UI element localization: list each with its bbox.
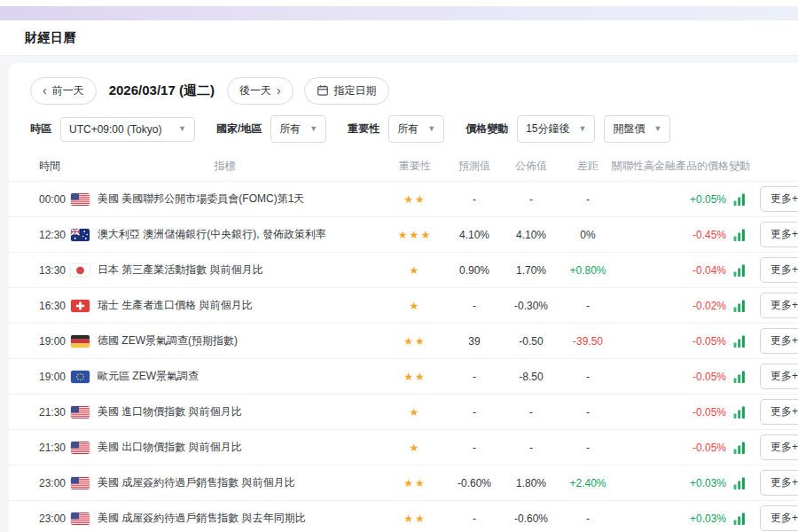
filter-bar: 時區 UTC+09:00 (Tokyo) ▼ 國家/地區 所有 ▼ 重要性 所有… xyxy=(9,116,798,142)
more-button[interactable]: 更多+ xyxy=(760,293,798,318)
next-day-button[interactable]: 後一天 › xyxy=(227,77,293,105)
more-button[interactable]: 更多+ xyxy=(760,222,798,247)
header-actual: 公佈值 xyxy=(503,159,559,174)
price-change-value: +0.05% xyxy=(690,193,726,206)
forecast-value: 39 xyxy=(446,335,503,348)
price-change-cell: -0.45% xyxy=(616,228,749,241)
flag-icon-us xyxy=(71,193,90,206)
chevron-down-icon: ▼ xyxy=(178,125,186,133)
event-time: 13:30 xyxy=(9,264,71,277)
forecast-value: - xyxy=(446,512,503,525)
importance-select[interactable]: 所有 ▼ xyxy=(388,115,444,143)
pick-date-button[interactable]: 指定日期 xyxy=(304,77,389,105)
prev-day-label: 前一天 xyxy=(52,83,84,98)
bar-chart-icon[interactable] xyxy=(733,192,746,206)
header-importance: 重要性 xyxy=(384,159,446,174)
bar-chart-icon[interactable] xyxy=(733,441,746,454)
actual-value: 1.70% xyxy=(503,264,559,277)
bar-chart-icon[interactable] xyxy=(733,228,746,241)
more-button[interactable]: 更多+ xyxy=(760,328,798,354)
region-select[interactable]: 所有 ▼ xyxy=(270,115,326,143)
price-change-value: -0.05% xyxy=(692,371,726,383)
forecast-value: -0.60% xyxy=(446,477,503,489)
event-time: 12:30 xyxy=(9,229,71,241)
gap-value: +0.80% xyxy=(559,264,616,277)
next-day-label: 後一天 xyxy=(239,83,271,98)
bar-chart-icon[interactable] xyxy=(733,476,746,489)
price-change-value: -0.04% xyxy=(692,264,726,277)
price-change-value: -0.02% xyxy=(692,300,726,312)
price-change-value: -0.05% xyxy=(692,335,726,348)
current-date: 2026/03/17 (週二) xyxy=(109,82,215,99)
indicator-name: 瑞士 生產者進口價格 與前個月比 xyxy=(98,298,253,313)
table-body: 00:00美國 美國聯邦公開市場委員會(FOMC)第1天★★---+0.05%更… xyxy=(9,181,798,532)
region-value: 所有 xyxy=(279,121,301,137)
more-button[interactable]: 更多+ xyxy=(760,186,798,212)
price-change-cell: -0.05% xyxy=(616,334,749,348)
price-change-value: +0.03% xyxy=(690,477,726,489)
actual-value: -8.50 xyxy=(503,371,559,383)
more-cell: 更多+ xyxy=(749,470,798,496)
price-change-value: -0.05% xyxy=(692,442,726,454)
more-button[interactable]: 更多+ xyxy=(760,434,798,460)
indicator-name: 德國 ZEW景氣調查(預期指數) xyxy=(98,333,238,348)
timezone-select[interactable]: UTC+09:00 (Tokyo) ▼ xyxy=(60,117,195,142)
flag-icon-au xyxy=(71,229,90,241)
actual-value: - xyxy=(503,442,559,454)
more-cell: 更多+ xyxy=(749,328,798,354)
more-cell: 更多+ xyxy=(749,399,798,425)
more-button[interactable]: 更多+ xyxy=(760,364,798,389)
more-cell: 更多+ xyxy=(749,434,798,460)
bar-chart-icon[interactable] xyxy=(733,263,746,277)
forecast-value: 4.10% xyxy=(446,229,503,241)
price-change-cell: +0.05% xyxy=(616,192,749,206)
price-change-value: -0.05% xyxy=(692,406,726,419)
timezone-value: UTC+09:00 (Tokyo) xyxy=(69,123,161,136)
header-time: 時間 xyxy=(9,159,71,174)
indicator-name: 美國 進口物價指數 與前個月比 xyxy=(98,404,242,419)
bar-chart-icon[interactable] xyxy=(733,405,746,419)
calendar-card: ‹ 前一天 2026/03/17 (週二) 後一天 › 指定日期 時區 xyxy=(9,63,798,532)
flag-icon-eu xyxy=(71,371,90,383)
bar-chart-icon[interactable] xyxy=(733,299,746,312)
forecast-value: - xyxy=(446,193,503,206)
bar-chart-icon[interactable] xyxy=(733,334,746,348)
price-change-window-select[interactable]: 15分鐘後 ▼ xyxy=(517,115,595,143)
importance-stars: ★ xyxy=(384,264,446,277)
gap-value: - xyxy=(559,371,616,383)
event-time: 00:00 xyxy=(9,193,71,206)
more-button[interactable]: 更多+ xyxy=(760,505,798,531)
table-row: 13:30日本 第三產業活動指數 與前個月比★0.90%1.70%+0.80%-… xyxy=(9,252,798,287)
actual-value: -0.60% xyxy=(503,512,559,525)
bar-chart-icon[interactable] xyxy=(733,370,746,383)
price-change-cell: -0.02% xyxy=(616,299,749,312)
header-indicator: 指標 xyxy=(71,159,384,174)
more-cell: 更多+ xyxy=(749,293,798,318)
bar-chart-icon[interactable] xyxy=(733,512,746,525)
gap-value: - xyxy=(559,406,616,419)
page-title: 財經日曆 xyxy=(25,30,76,46)
header-price-change: 關聯性高金融產品的價格變動 xyxy=(616,159,749,174)
indicator-name: 美國 成屋簽約待過戶銷售指數 與前個月比 xyxy=(98,475,295,490)
price-change-value: -0.45% xyxy=(692,229,726,241)
flag-icon-us xyxy=(71,477,90,489)
more-cell: 更多+ xyxy=(749,364,798,389)
importance-stars: ★ xyxy=(384,300,446,312)
table-row: 21:30美國 出口物價指數 與前個月比★----0.05%更多+ xyxy=(9,429,798,465)
importance-stars: ★★ xyxy=(384,193,446,206)
more-button[interactable]: 更多+ xyxy=(760,257,798,283)
price-change-basis-select[interactable]: 開盤價 ▼ xyxy=(604,115,670,143)
table-row: 23:00美國 成屋簽約待過戶銷售指數 與前個月比★★-0.60%1.80%+2… xyxy=(9,465,798,500)
indicator-name: 日本 第三產業活動指數 與前個月比 xyxy=(98,262,263,278)
event-time: 16:30 xyxy=(9,300,71,312)
more-button[interactable]: 更多+ xyxy=(760,399,798,425)
indicator-cell: 日本 第三產業活動指數 與前個月比 xyxy=(71,262,384,278)
price-change-basis-value: 開盤價 xyxy=(613,121,645,137)
more-button[interactable]: 更多+ xyxy=(760,470,798,496)
prev-day-button[interactable]: ‹ 前一天 xyxy=(30,77,97,105)
indicator-cell: 美國 美國聯邦公開市場委員會(FOMC)第1天 xyxy=(71,192,384,207)
flag-icon-us xyxy=(71,406,90,419)
forecast-value: - xyxy=(446,406,503,419)
gap-value: - xyxy=(559,193,616,206)
gap-value: 0% xyxy=(559,229,616,241)
